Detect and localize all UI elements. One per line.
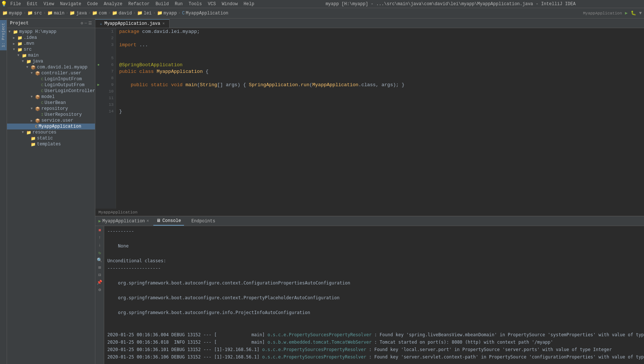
settings-run-icon[interactable]: ⚙ bbox=[97, 287, 103, 293]
log-property-placeholder: org.springframework.boot.autoconfigure.c… bbox=[107, 294, 644, 301]
code-editor[interactable]: ● ▶ 1 2 3 5 6 bbox=[95, 28, 644, 209]
tree-label-com-pkg: com.david.lei.myapp bbox=[37, 65, 88, 70]
tab-label: MyappApplication.java bbox=[104, 21, 160, 26]
class-userrepository-icon: I bbox=[41, 112, 44, 117]
tree-com-pkg[interactable]: ▼ 📦 com.david.lei.myapp bbox=[7, 64, 95, 70]
app-logo: 💡 bbox=[0, 0, 7, 8]
folder-templates-icon: 📁 bbox=[31, 142, 36, 147]
tree-label-userrepository: UserRepository bbox=[45, 112, 82, 117]
arrow-java: ▼ bbox=[22, 60, 26, 63]
tree-controller[interactable]: ▼ 📦 controller.user bbox=[7, 70, 95, 76]
log-blank-4 bbox=[107, 287, 644, 294]
panel-collapse-icon[interactable]: — bbox=[85, 21, 87, 26]
tree-userrepository[interactable]: ▶ I UserRepository bbox=[7, 112, 95, 118]
menu-edit[interactable]: Edit bbox=[24, 1, 41, 7]
bc-sep-1: › bbox=[24, 11, 26, 15]
tree-templates[interactable]: ▶ 📁 templates bbox=[7, 141, 95, 147]
tree-resources[interactable]: ▼ 📁 resources bbox=[7, 129, 95, 135]
menu-file[interactable]: File bbox=[7, 1, 24, 7]
code-line-13: } bbox=[119, 108, 644, 115]
rerun-button[interactable]: ↻ bbox=[97, 250, 103, 256]
menu-run[interactable]: Run bbox=[172, 1, 186, 7]
log-blank-5 bbox=[107, 301, 644, 309]
menu-window[interactable]: Window bbox=[219, 1, 241, 7]
tree-myapp-root[interactable]: ▼ 📁 myapp H:\myapp bbox=[7, 29, 95, 35]
breadcrumb-david[interactable]: 📁 david bbox=[112, 10, 132, 16]
tab-close-button[interactable]: × bbox=[163, 22, 165, 26]
panel-settings-icon[interactable]: ☰ bbox=[88, 21, 92, 26]
class-myappapplication-icon: C bbox=[35, 124, 38, 129]
run-close-icon[interactable]: × bbox=[146, 219, 149, 224]
scroll-down-button[interactable]: ↓ bbox=[97, 242, 103, 248]
tree-service[interactable]: ▶ 📦 service.user bbox=[7, 118, 95, 124]
stop-button[interactable]: ■ bbox=[97, 228, 103, 233]
arrow-src: ▼ bbox=[13, 48, 17, 51]
tree-repository[interactable]: ▼ 📦 repository bbox=[7, 106, 95, 112]
breadcrumb-myapp[interactable]: 📁 myapp bbox=[2, 10, 22, 16]
breadcrumb-myapp2[interactable]: 📁 myapp bbox=[157, 10, 177, 16]
log-project-info: org.springframework.boot.autoconfigure.i… bbox=[107, 309, 644, 316]
arrow-resources: ▼ bbox=[22, 131, 26, 134]
log-line-2: 2020-01-25 00:16:36.018 INFO 13152 --- [… bbox=[107, 338, 644, 346]
breadcrumb-java[interactable]: 📁 java bbox=[69, 10, 87, 16]
run-output[interactable]: ---------- None Unconditional classes: -… bbox=[104, 226, 644, 364]
breadcrumb-myappapp[interactable]: C MyappApplication bbox=[182, 11, 228, 16]
menu-analyze[interactable]: Analyze bbox=[101, 1, 125, 7]
ln-9: 9 bbox=[101, 81, 116, 88]
ln-4 bbox=[101, 48, 116, 55]
breadcrumb-src[interactable]: 📁 src bbox=[27, 10, 42, 16]
code-content[interactable]: package com.david.lei.myapp; import ... … bbox=[116, 28, 644, 209]
run-button[interactable]: ▶ bbox=[625, 10, 628, 16]
panel-gear-icon[interactable]: ⚙ bbox=[81, 21, 83, 26]
ln-1: 1 bbox=[101, 28, 116, 35]
clear-button[interactable]: ⊟ bbox=[97, 272, 103, 278]
menu-tools[interactable]: Tools bbox=[186, 1, 205, 7]
gutter-9-run[interactable]: ▶ bbox=[97, 81, 99, 88]
tree-label-logininputfrom: LoginInputFrom bbox=[45, 77, 82, 82]
ln-11: 11 bbox=[101, 95, 116, 101]
tree-main[interactable]: ▼ 📁 main bbox=[7, 53, 95, 58]
tree-userbean[interactable]: ▶ C UserBean bbox=[7, 100, 95, 106]
run-config-dropdown[interactable]: ▼ bbox=[639, 11, 642, 16]
menu-bar: 💡 File Edit View Navigate Code Analyze R… bbox=[0, 0, 644, 8]
run-content-area: ■ ↑ ↓ ↻ 🔍 ⊞ ⊟ 📌 ⚙ ---------- bbox=[95, 226, 644, 364]
tree-logininputfrom[interactable]: ▶ C LoginInputFrom bbox=[7, 76, 95, 82]
wrap-button[interactable]: ⊞ bbox=[97, 264, 103, 270]
menu-vcs[interactable]: VCS bbox=[205, 1, 219, 7]
tree-label-resources: resources bbox=[33, 130, 57, 135]
tree-idea[interactable]: ▶ 📁 .idea bbox=[7, 35, 95, 41]
filter-button[interactable]: 🔍 bbox=[97, 257, 103, 263]
breadcrumb-main[interactable]: 📁 main bbox=[47, 10, 65, 16]
tree-static[interactable]: ▶ 📁 static bbox=[7, 135, 95, 141]
tree-java[interactable]: ▼ 📁 java bbox=[7, 58, 95, 64]
scroll-up-button[interactable]: ↑ bbox=[97, 235, 103, 241]
tree-model[interactable]: ▼ 📦 model bbox=[7, 94, 95, 100]
pin-button[interactable]: 📌 bbox=[97, 279, 103, 285]
folder-main-icon: 📁 bbox=[22, 53, 27, 58]
menu-view[interactable]: View bbox=[41, 1, 57, 7]
gutter-6[interactable]: ● bbox=[97, 61, 99, 68]
project-tab[interactable]: 1: Project bbox=[0, 20, 7, 50]
menu-build[interactable]: Build bbox=[153, 1, 172, 7]
tree-userlogincontroller[interactable]: ▶ C UserLoginController bbox=[7, 88, 95, 94]
ln-7: 7 bbox=[101, 68, 116, 75]
editor-breadcrumb-label: MyappApplication bbox=[98, 210, 137, 215]
arrow-service: ▶ bbox=[31, 119, 35, 123]
run-tab-console[interactable]: 🖥 Console bbox=[153, 216, 184, 226]
menu-navigate[interactable]: Navigate bbox=[57, 1, 84, 7]
code-line-10 bbox=[119, 88, 644, 95]
menu-refactor[interactable]: Refactor bbox=[125, 1, 153, 7]
tree-loginoutputfrom[interactable]: ▶ C LoginOutputFrom bbox=[7, 82, 95, 88]
breadcrumb-com[interactable]: 📁 com bbox=[92, 10, 107, 16]
tree-label-templates: templates bbox=[37, 142, 61, 147]
debug-button[interactable]: 🐛 bbox=[631, 10, 636, 16]
tree-mvn[interactable]: ▶ 📁 .mvn bbox=[7, 41, 95, 47]
tree-label-loginoutputfrom: LoginOutputFrom bbox=[45, 82, 85, 88]
editor-tab-myappapplication[interactable]: ☕ MyappApplication.java × bbox=[95, 19, 169, 28]
menu-help[interactable]: Help bbox=[241, 1, 257, 7]
tree-src[interactable]: ▼ 📁 src bbox=[7, 47, 95, 53]
tree-myappapplication[interactable]: ▶ C MyappApplication bbox=[7, 124, 95, 129]
run-tab-endpoints[interactable]: Endpoints bbox=[188, 217, 218, 225]
menu-code[interactable]: Code bbox=[84, 1, 101, 7]
breadcrumb-lei[interactable]: 📁 lei bbox=[137, 10, 152, 16]
